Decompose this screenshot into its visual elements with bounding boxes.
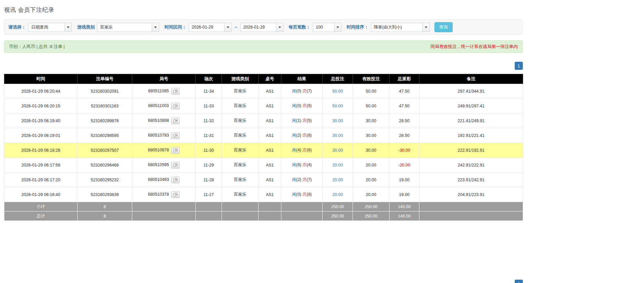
session-value: 11-31	[203, 133, 214, 138]
time-cell: 2026-01-29 06:17:20	[4, 173, 78, 187]
filter-group-per-page: 每页笔数： 100	[289, 23, 341, 32]
per-page-select[interactable]: 100	[313, 23, 341, 32]
round-value: 680510493	[148, 177, 169, 182]
view-cards-button[interactable]	[171, 177, 180, 183]
total-bet-link[interactable]: 30.00	[332, 148, 343, 153]
result-player-score: (8)	[296, 162, 301, 167]
total-payout-cell: 47.50	[389, 84, 419, 99]
range-separator: ~	[235, 25, 237, 30]
chevron-down-icon[interactable]	[276, 23, 283, 32]
table-row: 2026-01-29 06:20:15 523160301163 6805110…	[4, 99, 523, 113]
result-banker-label: 庄	[303, 133, 307, 138]
total-total-payout: 140.00	[389, 211, 419, 221]
view-cards-button[interactable]	[171, 191, 180, 198]
game-type-value: 百家乐	[234, 177, 246, 182]
view-cards-button[interactable]	[171, 147, 180, 154]
total-payout-cell: -30.00	[389, 143, 419, 158]
payout-value: -30.00	[398, 148, 410, 153]
session-cell: 11-29	[196, 158, 222, 173]
pagination-bottom: 1	[4, 280, 523, 283]
chevron-down-icon[interactable]	[224, 23, 231, 32]
game-type-value: 百家乐	[234, 192, 246, 197]
valid-bet-cell: 20.00	[353, 158, 389, 173]
cards-icon	[173, 119, 178, 123]
result-banker-score: (4)	[307, 162, 312, 167]
total-payout-cell: 19.00	[389, 173, 419, 187]
total-bet-link[interactable]: 30.00	[332, 133, 343, 138]
bet-id-cell: 523160295232	[78, 173, 132, 187]
summary-bar: 币别：人民币 | 总共 :8 注单 | 同局有效投注，统一计算在该局第一张注单内	[4, 40, 523, 53]
total-bet-link[interactable]: 20.00	[332, 163, 343, 168]
table-no-value: AS1	[266, 148, 274, 153]
valid-bet-value: 30.00	[366, 119, 376, 123]
view-cards-button[interactable]	[171, 117, 180, 124]
result-player-label: 闲	[292, 148, 296, 152]
time-range-label: 时间区间：	[165, 24, 186, 30]
chevron-down-icon[interactable]	[422, 23, 429, 32]
game-type-select[interactable]: 百家乐	[97, 23, 159, 32]
filter-bar: 请选择： 日期查询 游戏类别 百家乐 时间区间： 2026-01-29 ~ 20…	[4, 19, 523, 35]
view-cards-button[interactable]	[171, 132, 180, 139]
per-page-label: 每页笔数：	[289, 24, 311, 30]
date-from-value: 2026-01-29	[189, 23, 224, 32]
page-1-button[interactable]: 1	[515, 280, 523, 283]
view-cards-button[interactable]	[171, 88, 180, 95]
chevron-down-icon[interactable]	[64, 23, 72, 32]
date-from-select[interactable]: 2026-01-29	[189, 23, 232, 32]
currency-total-text: 币别：人民币 | 总共 :8 注单 |	[9, 44, 65, 50]
total-bet-link[interactable]: 50.00	[332, 104, 343, 108]
result-player-label: 闲	[292, 133, 296, 138]
total-payout-cell: 28.50	[389, 128, 419, 143]
view-cards-button[interactable]	[171, 162, 180, 169]
table-no-value: AS1	[266, 89, 274, 94]
cards-icon	[173, 133, 178, 138]
search-button[interactable]: 查询	[434, 22, 453, 32]
payout-value: 19.00	[399, 192, 409, 197]
page-1-button[interactable]: 1	[515, 62, 523, 70]
table-no-value: AS1	[266, 133, 274, 138]
result-player-score: (2)	[296, 133, 301, 138]
table-no-cell: AS1	[259, 113, 281, 128]
total-payout-cell: 19.00	[389, 187, 419, 202]
total-bet-link[interactable]: 20.00	[332, 178, 343, 182]
sort-value: 降幂(由大到小)	[371, 23, 422, 32]
table-footer: 小计 8 250.00 250.00 140.00 总计 8 250.00 25…	[4, 202, 523, 221]
header-remark: 备注	[419, 74, 523, 84]
chevron-down-icon[interactable]	[152, 23, 159, 32]
payout-value: 28.50	[399, 119, 409, 123]
valid-bet-value: 20.00	[366, 163, 376, 168]
bet-id-cell: 523160296468	[78, 158, 132, 173]
total-bet-cell: 30.00	[323, 113, 353, 128]
table-no-value: AS1	[266, 178, 274, 182]
valid-bet-cell: 20.00	[353, 173, 389, 187]
chevron-down-icon[interactable]	[334, 23, 341, 32]
session-value: 11-33	[203, 104, 214, 108]
result-cell: 闲(0) 庄(9)	[281, 99, 323, 113]
date-to-select[interactable]: 2026-01-29	[240, 23, 283, 32]
valid-bet-value: 50.00	[366, 89, 376, 94]
total-bet-link[interactable]: 50.00	[332, 89, 343, 94]
cards-icon	[173, 104, 178, 108]
remark-cell: 192.91/221.41	[419, 128, 523, 143]
remark-cell: 249.91/297.41	[419, 99, 523, 113]
cards-icon	[173, 163, 178, 167]
time-value: 2026-01-29 06:20:15	[21, 104, 60, 108]
game-type-cell: 百家乐	[222, 113, 259, 128]
remark-value: 297.41/344.91	[458, 89, 485, 94]
result-banker-score: (5)	[307, 118, 312, 123]
remark-cell: 242.91/222.91	[419, 158, 523, 173]
round-cell: 680510595	[132, 158, 196, 173]
sort-select[interactable]: 降幂(由大到小)	[371, 23, 430, 32]
result-banker-score: (8)	[307, 133, 312, 138]
result-banker-label: 庄	[303, 177, 307, 182]
total-bet-link[interactable]: 30.00	[332, 119, 343, 123]
round-value: 680510678	[148, 148, 169, 152]
view-cards-button[interactable]	[171, 103, 180, 109]
table-row: 2026-01-29 06:19:01 523160298595 6805107…	[4, 128, 523, 143]
cards-icon	[173, 178, 178, 182]
query-type-select[interactable]: 日期查询	[28, 23, 72, 32]
bet-id-value: 523160296468	[91, 163, 119, 168]
total-bet-link[interactable]: 20.00	[332, 192, 343, 197]
cards-icon	[173, 192, 178, 197]
table-header: 时间 注单编号 局号 场次 游戏类别 桌号 结果 总投注 有效投注 总派彩 备注	[4, 74, 523, 84]
